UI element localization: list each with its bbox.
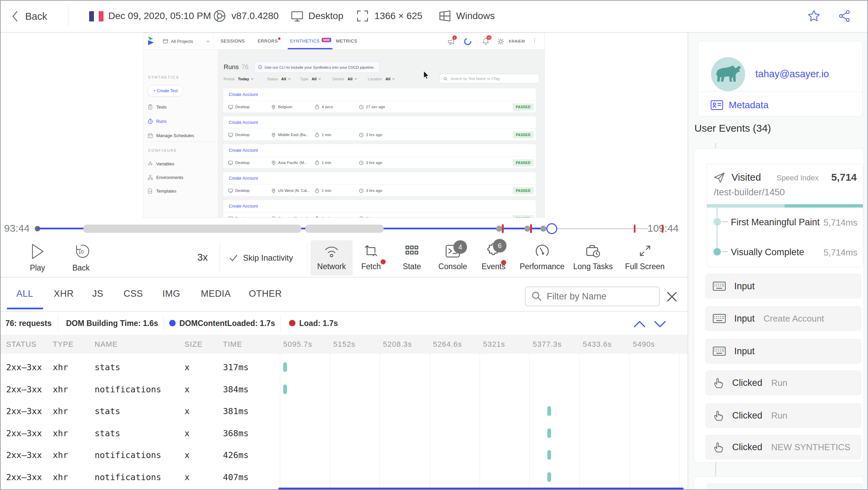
event-card-input[interactable]: Input [705, 339, 861, 363]
star-icon[interactable] [807, 10, 820, 22]
waterfall-scrollbar[interactable] [278, 488, 684, 490]
event-card-clicked[interactable]: Clicked Run [705, 403, 861, 428]
panel-button-fullscreen[interactable]: Full Screen [617, 243, 673, 271]
divider [460, 35, 460, 48]
table-row[interactable]: 2xx–3xxxhrnotificationsx426ms [0, 444, 688, 466]
divider [223, 184, 536, 185]
divider [698, 92, 862, 92]
error-marker [634, 225, 636, 233]
panel-button-long-tasks[interactable]: Long Tasks [566, 243, 620, 271]
tab-all[interactable]: ALL [16, 289, 33, 299]
filter-label: Period [224, 77, 235, 81]
event-card-input[interactable]: Input [705, 274, 861, 298]
filter-label: Device [333, 77, 344, 81]
kebab-menu-icon: ⋮ [532, 37, 537, 44]
share-icon[interactable] [838, 10, 851, 22]
dash [722, 221, 728, 222]
dom-content-loaded: DOMContentLoaded: 1.7s [179, 319, 275, 328]
panel-label: Console [432, 262, 473, 271]
state-grid-icon [404, 243, 420, 259]
app-user-label: KRAIEM [509, 39, 525, 43]
divider [163, 314, 164, 332]
avatar [711, 57, 745, 91]
sidebar-item-tests: Tests [147, 102, 215, 111]
skip-inactivity-toggle[interactable]: Skip Inactivity [229, 253, 304, 263]
tab-xhr[interactable]: XHR [54, 289, 74, 299]
time-tick: 5152s [333, 340, 355, 349]
run-card: Create Account Desktop Canada (Central).… [223, 200, 536, 218]
back-10-button[interactable]: 10 Back [66, 243, 96, 273]
svg-text:10: 10 [78, 249, 84, 255]
status-badge: PASSED [513, 187, 534, 194]
event-dot [496, 226, 502, 232]
table-row[interactable]: 2xx–3xxxhrstatsx368ms [0, 422, 688, 444]
user-email[interactable]: tahay@asayer.io [755, 68, 829, 80]
clock-icon [359, 104, 364, 110]
panel-button-performance[interactable]: Performance [514, 243, 570, 271]
panel-button-events[interactable]: Events 6 [473, 243, 514, 271]
event-card-clicked[interactable]: Clicked Run [705, 371, 861, 395]
back-button[interactable]: Back [10, 8, 61, 24]
tab-img[interactable]: IMG [162, 289, 180, 299]
waterfall-bar [547, 450, 551, 460]
panel-button-state[interactable]: State [391, 243, 432, 271]
chevron-down-icon [250, 77, 254, 81]
status-badge: PASSED [513, 215, 534, 218]
divider [477, 35, 477, 48]
playhead[interactable] [546, 223, 557, 234]
panel-button-fetch[interactable]: Fetch [351, 243, 391, 271]
chevron-up-icon[interactable] [632, 319, 647, 329]
metadata-button[interactable]: Metadata [710, 100, 769, 111]
chevron-down-icon[interactable] [652, 319, 668, 329]
sidebar-item-label: Variables [156, 161, 174, 166]
filter-label: Type [300, 77, 308, 81]
monitor-icon [228, 160, 233, 165]
app-tab-synthetics: SYNTHETICS [290, 33, 320, 49]
stopwatch-icon [315, 160, 320, 165]
filter-value: All [281, 77, 286, 81]
panel-button-console[interactable]: Console 4 [432, 243, 473, 271]
event-card-input[interactable]: Input Create Account [705, 306, 861, 331]
wifi-icon [323, 244, 340, 259]
visited-event-card[interactable]: Visited Speed Index 5,714 /test-builder/… [707, 164, 863, 267]
requests-count: 76: requests [5, 319, 52, 328]
play-button[interactable]: Play [24, 243, 51, 273]
table-row[interactable]: 2xx–3xxxhrnotificationsx384ms [0, 378, 688, 400]
sidebar-item-environments: Environments [147, 173, 215, 182]
status-badge: PASSED [513, 159, 534, 166]
clock-icon [359, 160, 364, 165]
close-icon[interactable] [666, 291, 678, 303]
stopwatch-icon [315, 104, 320, 110]
speed-index-label: Speed Index [776, 174, 819, 182]
table-row[interactable]: 2xx–3xxxhrnotificationsx407ms [0, 466, 688, 488]
table-row[interactable]: 2xx–3xxxhrstatsx317ms [0, 356, 688, 378]
filter-box [525, 287, 660, 306]
run-location: Middle East (Ba... [271, 131, 309, 138]
panel-button-network[interactable]: Network [310, 240, 353, 276]
run-card: Create Account Desktop Belgium 4 secs 27… [223, 88, 536, 112]
status-badge: PASSED [513, 103, 534, 111]
event-card-clicked[interactable]: Clicked NEW SYNTHETICS [705, 435, 861, 459]
load-dot [289, 320, 295, 326]
spinner-icon [464, 37, 472, 46]
time-tick: 5208.3s [383, 340, 412, 349]
player-timeline[interactable]: 93:44 109:44 [0, 218, 688, 238]
chevron-down-icon [354, 77, 358, 81]
divider [147, 142, 215, 142]
tab-css[interactable]: CSS [124, 289, 143, 299]
tab-media[interactable]: MEDIA [201, 289, 231, 299]
next-events-container [694, 476, 864, 490]
paper-plane-icon [713, 172, 725, 184]
windows-icon [438, 10, 451, 22]
project-selector: All Projects [158, 33, 213, 49]
speed-label: 3x [197, 252, 208, 263]
divider [223, 101, 536, 101]
speed-button[interactable]: 3x [191, 252, 214, 263]
tab-other[interactable]: OTHER [249, 289, 282, 299]
filter-input[interactable] [547, 288, 656, 305]
play-label: Play [24, 263, 51, 273]
table-row[interactable]: 2xx–3xxxhrstatsx381ms [0, 400, 688, 422]
run-title: Create Account [229, 176, 258, 181]
check-icon [229, 253, 238, 263]
tab-js[interactable]: JS [92, 289, 103, 299]
